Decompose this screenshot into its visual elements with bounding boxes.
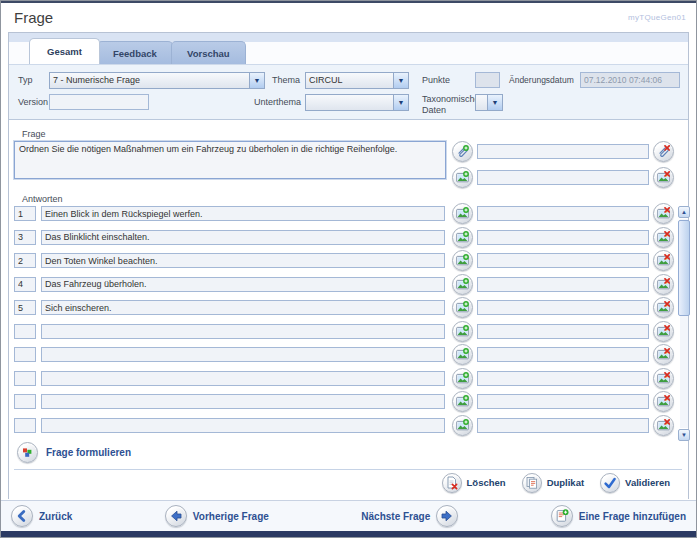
answer-remove-image-button[interactable] <box>653 391 674 412</box>
loeschen-button[interactable]: Löschen <box>442 473 506 493</box>
answer-text-input[interactable] <box>41 253 445 268</box>
answer-text-input[interactable] <box>41 277 445 292</box>
add-badge-icon <box>456 372 469 385</box>
add-image-button[interactable] <box>452 167 473 188</box>
tab-vorschau[interactable]: Vorschau <box>171 41 246 64</box>
answer-order-input[interactable] <box>14 230 36 245</box>
add-question-icon-button[interactable] <box>551 505 573 527</box>
answer-order-input[interactable] <box>14 347 36 362</box>
validieren-button[interactable]: Validieren <box>600 473 670 493</box>
answer-add-image-button[interactable] <box>452 274 473 295</box>
answer-image-input[interactable] <box>477 277 649 292</box>
version-label: Version <box>18 97 48 107</box>
answer-order-input[interactable] <box>14 371 36 386</box>
punkte-input[interactable] <box>475 72 500 88</box>
answer-remove-image-button[interactable] <box>653 297 674 318</box>
answer-text-input[interactable] <box>41 206 445 221</box>
answer-text-input[interactable] <box>41 230 445 245</box>
frage-image-input[interactable] <box>477 170 649 185</box>
answer-image-input[interactable] <box>477 253 649 268</box>
scroll-up-icon[interactable]: ▲ <box>678 206 690 218</box>
answer-text-input[interactable] <box>41 300 445 315</box>
chevron-down-icon[interactable]: ▼ <box>393 95 408 110</box>
aenderungsdatum-label: Änderungsdatum <box>509 75 574 85</box>
answer-add-image-button[interactable] <box>452 321 473 342</box>
answer-text-input[interactable] <box>41 418 445 433</box>
version-input[interactable] <box>49 94 149 110</box>
answer-order-input[interactable] <box>14 253 36 268</box>
previous-arrow-icon-button[interactable] <box>165 505 187 527</box>
chevron-down-icon[interactable]: ▼ <box>487 95 502 110</box>
frage-formulieren-label[interactable]: Frage formulieren <box>46 447 131 458</box>
frage-image-row <box>452 167 674 188</box>
answer-remove-image-button[interactable] <box>653 250 674 271</box>
answer-image-input[interactable] <box>477 230 649 245</box>
chevron-down-icon[interactable]: ▼ <box>249 73 264 88</box>
answer-image-input[interactable] <box>477 418 649 433</box>
answer-text-input[interactable] <box>41 324 445 339</box>
answer-remove-image-button[interactable] <box>653 344 674 365</box>
typ-select[interactable]: 7 - Numerische Frage▼ <box>49 72 265 89</box>
answer-add-image-button[interactable] <box>452 344 473 365</box>
remove-image-button[interactable] <box>653 167 674 188</box>
answer-remove-image-button[interactable] <box>653 227 674 248</box>
tab-feedback[interactable]: Feedback <box>97 41 173 64</box>
vorherige-frage-button[interactable]: Vorherige Frage <box>165 505 269 527</box>
taxonomische-daten-select[interactable]: ▼ <box>475 94 503 111</box>
delete-icon-button[interactable] <box>442 473 462 493</box>
validate-icon-button[interactable] <box>600 473 620 493</box>
frage-textarea[interactable]: Ordnen Sie die nötigen Maßnahmen um ein … <box>14 141 446 179</box>
answer-text-input[interactable] <box>41 371 445 386</box>
answer-order-input[interactable] <box>14 277 36 292</box>
answer-remove-image-button[interactable] <box>653 321 674 342</box>
answer-add-image-button[interactable] <box>452 415 473 436</box>
answer-add-image-button[interactable] <box>452 391 473 412</box>
answer-image-input[interactable] <box>477 324 649 339</box>
answer-add-image-button[interactable] <box>452 227 473 248</box>
answer-remove-image-button[interactable] <box>653 203 674 224</box>
answer-add-image-button[interactable] <box>452 250 473 271</box>
answer-image-input[interactable] <box>477 371 649 386</box>
answer-image-input[interactable] <box>477 206 649 221</box>
answer-order-input[interactable] <box>14 324 36 339</box>
add-attachment-button[interactable] <box>452 141 473 162</box>
answer-image-input[interactable] <box>477 300 649 315</box>
thema-select[interactable]: CIRCUL▼ <box>305 72 409 89</box>
answer-text-input[interactable] <box>41 347 445 362</box>
answer-order-input[interactable] <box>14 300 36 315</box>
chevron-down-icon[interactable]: ▼ <box>393 73 408 88</box>
duplicate-icon-button[interactable] <box>522 473 542 493</box>
frage-hinzufuegen-button[interactable]: Eine Frage hinzufügen <box>551 505 686 527</box>
back-icon-button[interactable] <box>11 505 33 527</box>
remove-attachment-button[interactable] <box>653 141 674 162</box>
answer-order-input[interactable] <box>14 206 36 221</box>
answer-row <box>14 300 674 315</box>
formulate-question-button[interactable] <box>17 442 38 463</box>
answer-order-input[interactable] <box>14 394 36 409</box>
remove-badge-icon <box>657 325 670 338</box>
answer-add-image-button[interactable] <box>452 297 473 318</box>
answer-remove-image-button[interactable] <box>653 368 674 389</box>
unterthema-select[interactable]: ▼ <box>305 94 409 111</box>
duplikat-button[interactable]: Duplikat <box>522 473 584 493</box>
scrollbar-thumb[interactable] <box>678 220 690 316</box>
thema-value: CIRCUL <box>306 73 393 88</box>
scroll-down-icon[interactable]: ▼ <box>678 429 690 441</box>
answer-text-input[interactable] <box>41 394 445 409</box>
frage-formulieren-row[interactable]: Frage formulieren <box>17 441 682 463</box>
answer-order-input[interactable] <box>14 418 36 433</box>
frage-attachment-input[interactable] <box>477 144 649 159</box>
tab-strip: Gesamt Feedback Vorschau <box>9 33 688 64</box>
tab-gesamt[interactable]: Gesamt <box>29 38 100 64</box>
answer-remove-image-button[interactable] <box>653 274 674 295</box>
answer-image-input[interactable] <box>477 347 649 362</box>
answer-remove-image-button[interactable] <box>653 415 674 436</box>
zurueck-button[interactable]: Zurück <box>11 505 72 527</box>
answer-add-image-button[interactable] <box>452 368 473 389</box>
answers-scrollbar[interactable]: ▲ ▼ <box>678 206 690 441</box>
answer-row <box>14 277 674 292</box>
answer-image-input[interactable] <box>477 394 649 409</box>
next-arrow-icon-button[interactable] <box>436 505 458 527</box>
naechste-frage-button[interactable]: Nächste Frage <box>361 505 458 527</box>
answer-add-image-button[interactable] <box>452 203 473 224</box>
